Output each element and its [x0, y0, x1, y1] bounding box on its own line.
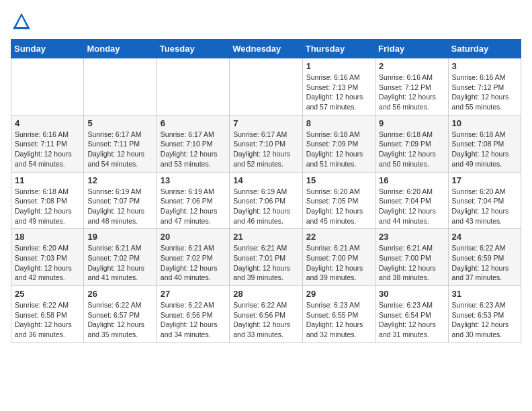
day-info: Sunrise: 6:17 AMSunset: 7:11 PMDaylight:… [87, 130, 152, 169]
week-row-2: 4Sunrise: 6:16 AMSunset: 7:11 PMDaylight… [11, 115, 521, 172]
day-info: Sunrise: 6:18 AMSunset: 7:08 PMDaylight:… [15, 187, 80, 226]
day-info: Sunrise: 6:22 AMSunset: 6:56 PMDaylight:… [233, 300, 298, 340]
day-number: 17 [452, 175, 517, 185]
day-number: 11 [15, 175, 80, 185]
calendar-table: SundayMondayTuesdayWednesdayThursdayFrid… [11, 39, 521, 343]
day-info: Sunrise: 6:16 AMSunset: 7:12 PMDaylight:… [452, 73, 517, 112]
calendar-cell: 19Sunrise: 6:21 AMSunset: 7:02 PMDayligh… [84, 229, 157, 286]
day-number: 8 [306, 118, 371, 128]
day-number: 28 [233, 289, 298, 299]
day-number: 16 [379, 175, 444, 185]
day-info: Sunrise: 6:16 AMSunset: 7:13 PMDaylight:… [306, 73, 371, 112]
day-info: Sunrise: 6:19 AMSunset: 7:07 PMDaylight:… [87, 187, 152, 226]
page-header [11, 11, 521, 32]
calendar-cell: 6Sunrise: 6:17 AMSunset: 7:10 PMDaylight… [157, 115, 229, 172]
weekday-header-saturday: Saturday [448, 40, 521, 58]
general-blue-logo-icon [11, 11, 32, 32]
day-info: Sunrise: 6:20 AMSunset: 7:03 PMDaylight:… [15, 243, 80, 283]
calendar-cell: 28Sunrise: 6:22 AMSunset: 6:56 PMDayligh… [230, 286, 302, 343]
day-number: 10 [452, 118, 517, 128]
day-number: 24 [452, 232, 517, 242]
day-info: Sunrise: 6:22 AMSunset: 6:59 PMDaylight:… [452, 243, 517, 283]
day-number: 9 [379, 118, 444, 128]
day-info: Sunrise: 6:21 AMSunset: 7:02 PMDaylight:… [87, 243, 152, 283]
day-number: 25 [15, 289, 80, 299]
day-info: Sunrise: 6:17 AMSunset: 7:10 PMDaylight:… [161, 130, 226, 169]
calendar-cell [157, 58, 229, 116]
calendar-cell: 8Sunrise: 6:18 AMSunset: 7:09 PMDaylight… [302, 115, 375, 172]
calendar-cell: 30Sunrise: 6:23 AMSunset: 6:54 PMDayligh… [375, 286, 448, 343]
day-number: 22 [306, 232, 371, 242]
day-number: 15 [306, 175, 371, 185]
day-info: Sunrise: 6:19 AMSunset: 7:06 PMDaylight:… [161, 187, 226, 226]
weekday-header-friday: Friday [375, 40, 448, 58]
calendar-cell [230, 58, 302, 116]
day-info: Sunrise: 6:20 AMSunset: 7:04 PMDaylight:… [452, 187, 517, 226]
day-number: 14 [233, 175, 298, 185]
calendar-cell: 13Sunrise: 6:19 AMSunset: 7:06 PMDayligh… [157, 172, 229, 229]
day-info: Sunrise: 6:20 AMSunset: 7:05 PMDaylight:… [306, 187, 371, 226]
weekday-header-row: SundayMondayTuesdayWednesdayThursdayFrid… [11, 40, 521, 58]
day-number: 31 [452, 289, 517, 299]
day-info: Sunrise: 6:22 AMSunset: 6:56 PMDaylight:… [161, 300, 226, 340]
day-info: Sunrise: 6:23 AMSunset: 6:55 PMDaylight:… [306, 300, 371, 340]
calendar-cell [84, 58, 157, 116]
day-number: 4 [15, 118, 80, 128]
day-number: 2 [379, 61, 444, 71]
day-info: Sunrise: 6:18 AMSunset: 7:09 PMDaylight:… [306, 130, 371, 169]
day-info: Sunrise: 6:18 AMSunset: 7:08 PMDaylight:… [452, 130, 517, 169]
calendar-cell: 17Sunrise: 6:20 AMSunset: 7:04 PMDayligh… [448, 172, 521, 229]
calendar-cell: 9Sunrise: 6:18 AMSunset: 7:09 PMDaylight… [375, 115, 448, 172]
week-row-3: 11Sunrise: 6:18 AMSunset: 7:08 PMDayligh… [11, 172, 521, 229]
calendar-cell: 4Sunrise: 6:16 AMSunset: 7:11 PMDaylight… [11, 115, 84, 172]
weekday-header-thursday: Thursday [302, 40, 375, 58]
calendar-cell: 21Sunrise: 6:21 AMSunset: 7:01 PMDayligh… [230, 229, 302, 286]
calendar-cell: 16Sunrise: 6:20 AMSunset: 7:04 PMDayligh… [375, 172, 448, 229]
calendar-cell: 24Sunrise: 6:22 AMSunset: 6:59 PMDayligh… [448, 229, 521, 286]
weekday-header-wednesday: Wednesday [230, 40, 302, 58]
day-info: Sunrise: 6:23 AMSunset: 6:53 PMDaylight:… [452, 300, 517, 340]
calendar-cell: 10Sunrise: 6:18 AMSunset: 7:08 PMDayligh… [448, 115, 521, 172]
weekday-header-monday: Monday [84, 40, 157, 58]
day-number: 12 [87, 175, 152, 185]
calendar-cell: 31Sunrise: 6:23 AMSunset: 6:53 PMDayligh… [448, 286, 521, 343]
day-number: 27 [161, 289, 226, 299]
calendar-cell: 7Sunrise: 6:17 AMSunset: 7:10 PMDaylight… [230, 115, 302, 172]
day-info: Sunrise: 6:18 AMSunset: 7:09 PMDaylight:… [379, 130, 444, 169]
logo [11, 11, 35, 32]
day-info: Sunrise: 6:16 AMSunset: 7:12 PMDaylight:… [379, 73, 444, 112]
day-info: Sunrise: 6:19 AMSunset: 7:06 PMDaylight:… [233, 187, 298, 226]
calendar-cell: 27Sunrise: 6:22 AMSunset: 6:56 PMDayligh… [157, 286, 229, 343]
week-row-5: 25Sunrise: 6:22 AMSunset: 6:58 PMDayligh… [11, 286, 521, 343]
day-info: Sunrise: 6:21 AMSunset: 7:00 PMDaylight:… [306, 243, 371, 283]
day-number: 1 [306, 61, 371, 71]
day-number: 7 [233, 118, 298, 128]
calendar-cell: 12Sunrise: 6:19 AMSunset: 7:07 PMDayligh… [84, 172, 157, 229]
calendar-cell: 14Sunrise: 6:19 AMSunset: 7:06 PMDayligh… [230, 172, 302, 229]
day-number: 6 [161, 118, 226, 128]
calendar-cell: 22Sunrise: 6:21 AMSunset: 7:00 PMDayligh… [302, 229, 375, 286]
day-info: Sunrise: 6:20 AMSunset: 7:04 PMDaylight:… [379, 187, 444, 226]
day-number: 3 [452, 61, 517, 71]
calendar-cell: 5Sunrise: 6:17 AMSunset: 7:11 PMDaylight… [84, 115, 157, 172]
day-number: 20 [161, 232, 226, 242]
day-number: 5 [87, 118, 152, 128]
calendar-cell: 2Sunrise: 6:16 AMSunset: 7:12 PMDaylight… [375, 58, 448, 116]
day-info: Sunrise: 6:23 AMSunset: 6:54 PMDaylight:… [379, 300, 444, 340]
week-row-1: 1Sunrise: 6:16 AMSunset: 7:13 PMDaylight… [11, 58, 521, 116]
day-number: 26 [87, 289, 152, 299]
day-info: Sunrise: 6:17 AMSunset: 7:10 PMDaylight:… [233, 130, 298, 169]
calendar-cell: 18Sunrise: 6:20 AMSunset: 7:03 PMDayligh… [11, 229, 84, 286]
day-info: Sunrise: 6:16 AMSunset: 7:11 PMDaylight:… [15, 130, 80, 169]
day-info: Sunrise: 6:22 AMSunset: 6:58 PMDaylight:… [15, 300, 80, 340]
calendar-cell: 25Sunrise: 6:22 AMSunset: 6:58 PMDayligh… [11, 286, 84, 343]
day-number: 19 [87, 232, 152, 242]
day-number: 30 [379, 289, 444, 299]
day-number: 21 [233, 232, 298, 242]
calendar-cell: 3Sunrise: 6:16 AMSunset: 7:12 PMDaylight… [448, 58, 521, 116]
calendar-cell: 15Sunrise: 6:20 AMSunset: 7:05 PMDayligh… [302, 172, 375, 229]
calendar-cell: 11Sunrise: 6:18 AMSunset: 7:08 PMDayligh… [11, 172, 84, 229]
day-info: Sunrise: 6:21 AMSunset: 7:01 PMDaylight:… [233, 243, 298, 283]
weekday-header-sunday: Sunday [11, 40, 84, 58]
day-info: Sunrise: 6:21 AMSunset: 7:00 PMDaylight:… [379, 243, 444, 283]
